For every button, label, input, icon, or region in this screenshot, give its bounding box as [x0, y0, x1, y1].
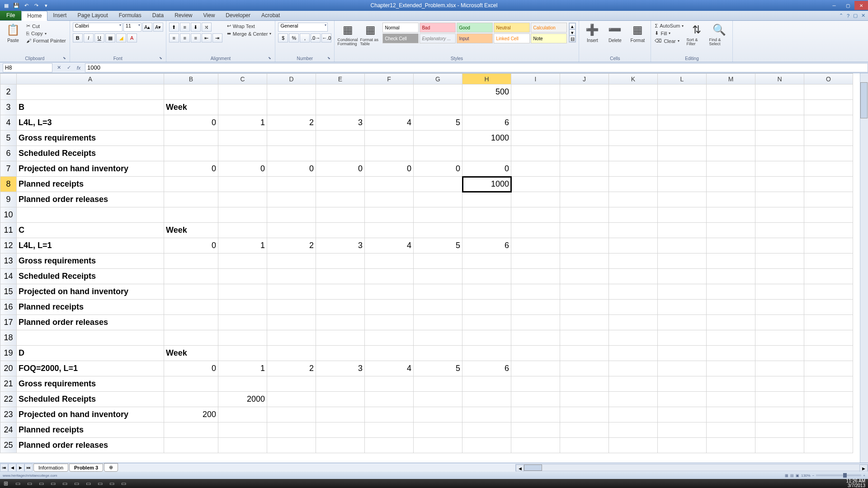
cell-H14[interactable] — [462, 269, 511, 284]
cell-M25[interactable] — [707, 438, 755, 453]
cell-F6[interactable] — [365, 146, 414, 161]
tab-developer[interactable]: Developer — [220, 11, 256, 20]
restore-workbook-icon[interactable]: ▢ — [853, 13, 858, 19]
cell-K13[interactable] — [609, 253, 658, 269]
cell-J3[interactable] — [560, 100, 609, 115]
cell-D8[interactable] — [267, 177, 316, 192]
cell-I13[interactable] — [511, 253, 560, 269]
cell-D22[interactable] — [267, 392, 316, 407]
col-header-K[interactable]: K — [609, 74, 658, 84]
cell-H9[interactable] — [462, 192, 511, 207]
cell-F24[interactable] — [365, 422, 414, 438]
cell-C6[interactable] — [218, 146, 267, 161]
view-layout-icon[interactable]: ▤ — [790, 474, 794, 478]
cell-K11[interactable] — [609, 223, 658, 238]
cell-H25[interactable] — [462, 438, 511, 453]
cell-L14[interactable] — [658, 269, 707, 284]
cell-E3[interactable] — [316, 100, 365, 115]
cell-L6[interactable] — [658, 146, 707, 161]
cell-G5[interactable] — [414, 131, 462, 146]
conditional-formatting-button[interactable]: ▦Conditional Formatting — [337, 23, 358, 46]
increase-indent-button[interactable]: ⇥ — [212, 33, 222, 42]
cell-F11[interactable] — [365, 223, 414, 238]
col-header-D[interactable]: D — [267, 74, 316, 84]
copy-button[interactable]: ⎘Copy▾ — [25, 30, 67, 37]
row-header-6[interactable]: 6 — [0, 146, 17, 161]
cell-N19[interactable] — [755, 346, 804, 361]
cell-N8[interactable] — [755, 177, 804, 192]
cell-B14[interactable] — [164, 269, 218, 284]
cell-J22[interactable] — [560, 392, 609, 407]
cell-J13[interactable] — [560, 253, 609, 269]
cell-K10[interactable] — [609, 207, 658, 223]
cell-A9[interactable]: Planned order releases — [17, 192, 164, 207]
cell-F15[interactable] — [365, 284, 414, 300]
cell-N10[interactable] — [755, 207, 804, 223]
row-header-8[interactable]: 8 — [0, 177, 17, 192]
cell-K25[interactable] — [609, 438, 658, 453]
zoom-in-icon[interactable]: + — [863, 474, 865, 478]
cell-I6[interactable] — [511, 146, 560, 161]
cell-G11[interactable] — [414, 223, 462, 238]
zoom-out-icon[interactable]: − — [812, 474, 815, 478]
cell-G4[interactable]: 5 — [414, 115, 462, 131]
cell-J24[interactable] — [560, 422, 609, 438]
cell-H16[interactable] — [462, 300, 511, 315]
cell-E16[interactable] — [316, 300, 365, 315]
cell-H21[interactable] — [462, 376, 511, 392]
cell-N21[interactable] — [755, 376, 804, 392]
cell-F10[interactable] — [365, 207, 414, 223]
cell-A25[interactable]: Planned order releases — [17, 438, 164, 453]
cell-O3[interactable] — [804, 100, 853, 115]
align-center-button[interactable]: ≡ — [180, 33, 190, 42]
cell-A6[interactable]: Scheduled Receipts — [17, 146, 164, 161]
cell-O11[interactable] — [804, 223, 853, 238]
cell-J23[interactable] — [560, 407, 609, 422]
cell-O19[interactable] — [804, 346, 853, 361]
row-header-23[interactable]: 23 — [0, 407, 17, 422]
hscroll-right-icon[interactable]: ▶ — [859, 465, 868, 473]
cell-L19[interactable] — [658, 346, 707, 361]
cell-K21[interactable] — [609, 376, 658, 392]
cell-O2[interactable] — [804, 84, 853, 100]
cell-G9[interactable] — [414, 192, 462, 207]
cell-H3[interactable] — [462, 100, 511, 115]
cell-G17[interactable] — [414, 315, 462, 330]
cell-O24[interactable] — [804, 422, 853, 438]
cell-A22[interactable]: Scheduled Receipts — [17, 392, 164, 407]
cell-C3[interactable] — [218, 100, 267, 115]
cell-O12[interactable] — [804, 238, 853, 253]
cell-G7[interactable]: 0 — [414, 161, 462, 177]
tab-review[interactable]: Review — [169, 11, 198, 20]
sheet-nav-first-icon[interactable]: ⏮ — [0, 464, 8, 472]
cell-B7[interactable]: 0 — [164, 161, 218, 177]
cell-O4[interactable] — [804, 115, 853, 131]
close-button[interactable]: ✕ — [854, 1, 868, 10]
cell-E25[interactable] — [316, 438, 365, 453]
cell-M4[interactable] — [707, 115, 755, 131]
cell-G18[interactable] — [414, 330, 462, 346]
hscroll-thumb[interactable] — [524, 465, 542, 471]
gallery-more-icon[interactable]: ⊟ — [569, 36, 576, 42]
cell-I19[interactable] — [511, 346, 560, 361]
cell-C22[interactable]: 2000 — [218, 392, 267, 407]
cell-C20[interactable]: 1 — [218, 361, 267, 376]
cell-K5[interactable] — [609, 131, 658, 146]
undo-icon[interactable]: ↶ — [22, 1, 31, 9]
cell-M22[interactable] — [707, 392, 755, 407]
cell-N2[interactable] — [755, 84, 804, 100]
decrease-indent-button[interactable]: ⇤ — [202, 33, 212, 42]
cell-A15[interactable]: Projected on hand inventory — [17, 284, 164, 300]
cell-E10[interactable] — [316, 207, 365, 223]
cell-I18[interactable] — [511, 330, 560, 346]
zoom-slider-thumb[interactable] — [843, 473, 847, 478]
insert-cells-button[interactable]: ➕Insert — [582, 23, 603, 43]
cell-J10[interactable] — [560, 207, 609, 223]
cell-N6[interactable] — [755, 146, 804, 161]
cell-F9[interactable] — [365, 192, 414, 207]
cell-C4[interactable]: 1 — [218, 115, 267, 131]
cell-C11[interactable] — [218, 223, 267, 238]
save-icon[interactable]: 💾 — [12, 1, 21, 9]
cell-F22[interactable] — [365, 392, 414, 407]
cell-I14[interactable] — [511, 269, 560, 284]
